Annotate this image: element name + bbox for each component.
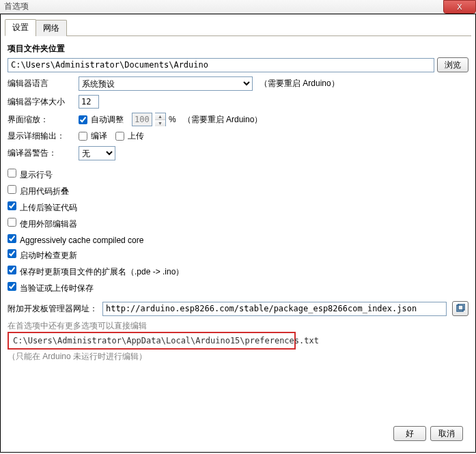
tab-settings[interactable]: 设置 bbox=[5, 19, 36, 36]
boardsurl-label: 附加开发板管理器网址： bbox=[8, 303, 100, 315]
boardsurl-input[interactable] bbox=[102, 302, 447, 316]
prefs-note: 在首选项中还有更多选项可以直接编辑 bbox=[8, 320, 468, 332]
boardsurl-expand-button[interactable] bbox=[452, 301, 468, 316]
sketchbook-path-input[interactable] bbox=[8, 58, 434, 72]
warnings-select[interactable]: 无 bbox=[79, 146, 115, 160]
prefs-path-link[interactable]: C:\Users\Administrator\AppData\Local\Ard… bbox=[8, 332, 296, 350]
sketchbook-title: 项目文件夹位置 bbox=[8, 43, 468, 55]
scale-value-input bbox=[132, 113, 152, 126]
tab-network[interactable]: 网络 bbox=[36, 20, 67, 36]
window-title: 首选项 bbox=[4, 1, 29, 12]
scale-percent: % bbox=[169, 115, 176, 124]
editor-language-label: 编辑器语言 bbox=[8, 78, 76, 89]
verbose-upload-checkbox[interactable]: 上传 bbox=[115, 130, 144, 142]
editor-language-hint: （需要重启 Arduino） bbox=[260, 78, 339, 89]
editor-language-select[interactable]: 系统预设 bbox=[79, 76, 253, 91]
externaleditor-checkbox[interactable]: 使用外部编辑器 bbox=[8, 218, 77, 230]
verifyupload-checkbox[interactable]: 上传后验证代码 bbox=[8, 201, 77, 214]
warnings-label: 编译器警告： bbox=[8, 147, 76, 159]
prefs-hint: （只能在 Arduino 未运行时进行编辑） bbox=[8, 351, 468, 363]
tabs: 设置 网络 bbox=[5, 18, 471, 36]
scale-hint: （需要重启 Arduino） bbox=[183, 114, 263, 126]
ok-button[interactable]: 好 bbox=[393, 426, 426, 441]
window-icon bbox=[456, 304, 465, 313]
saveverify-checkbox[interactable]: 当验证或上传时保存 bbox=[8, 282, 94, 294]
verbose-label: 显示详细输出： bbox=[8, 130, 76, 142]
title-bar: 首选项 X bbox=[0, 0, 476, 14]
scale-spinner: ▲▼ bbox=[155, 113, 166, 126]
close-button[interactable]: X bbox=[443, 0, 476, 14]
editor-font-input[interactable] bbox=[79, 95, 99, 109]
linenumbers-checkbox[interactable]: 显示行号 bbox=[8, 169, 53, 181]
checkupdates-checkbox[interactable]: 启动时检查更新 bbox=[8, 249, 77, 261]
cachecore-checkbox[interactable]: Aggressively cache compiled core bbox=[8, 234, 143, 245]
scale-label: 界面缩放： bbox=[8, 114, 76, 126]
editor-font-label: 编辑器字体大小 bbox=[8, 96, 76, 108]
browse-button[interactable]: 浏览 bbox=[437, 57, 468, 72]
updateext-checkbox[interactable]: 保存时更新项目文件的扩展名（.pde -> .ino） bbox=[8, 266, 184, 278]
scale-auto-checkbox[interactable]: 自动调整 bbox=[79, 114, 124, 126]
codefolding-checkbox[interactable]: 启用代码折叠 bbox=[8, 185, 69, 197]
cancel-button[interactable]: 取消 bbox=[430, 426, 463, 441]
dialog-buttons: 好 取消 bbox=[393, 426, 463, 441]
verbose-compile-checkbox[interactable]: 编译 bbox=[79, 130, 107, 142]
